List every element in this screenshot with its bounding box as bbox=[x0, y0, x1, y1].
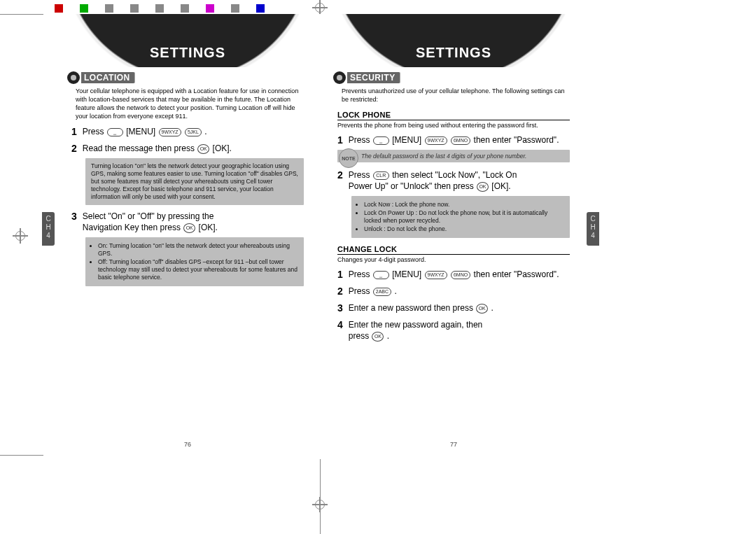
printer-color-marks bbox=[55, 4, 265, 13]
default-password-note: NOTE The default password is the last 4 … bbox=[337, 150, 570, 162]
lock-phone-steps-2: 2 Press CLR then select "Lock Now", "Loc… bbox=[337, 169, 570, 192]
softkey-icon: ⎯ bbox=[107, 128, 123, 136]
key-9-icon: 9WXYZ bbox=[159, 128, 181, 136]
page-left: SETTINGS LOCATION Your cellular telephon… bbox=[55, 14, 321, 455]
key-9-icon: 9WXYZ bbox=[425, 136, 447, 145]
section-bar-security: SECURITY bbox=[333, 71, 574, 84]
ok-key-icon: OK bbox=[372, 332, 384, 342]
lock-now-bullet: Lock Now : Lock the phone now. bbox=[364, 201, 564, 209]
page-number-left: 76 bbox=[184, 441, 191, 448]
change-step-1: 1 Press ⎯ [MENU] 9WXYZ 6MNO then enter "… bbox=[337, 269, 570, 280]
change-step-4: 4 Enter the new password again, then pre… bbox=[337, 319, 570, 342]
note-badge-icon: NOTE bbox=[339, 148, 358, 168]
change-step-2: 2 Press 2ABC . bbox=[337, 286, 570, 297]
lock-phone-steps: 1 Press ⎯ [MENU] 9WXYZ 6MNO then enter "… bbox=[337, 134, 570, 146]
step-2: 2 Read the message then press OK [OK]. bbox=[71, 143, 304, 154]
section-label: LOCATION bbox=[81, 72, 135, 83]
clr-key-icon: CLR bbox=[373, 171, 389, 180]
ok-key-icon: OK bbox=[477, 182, 489, 192]
location-intro-text: Your cellular telephone is equipped with… bbox=[76, 87, 304, 120]
chapter-tab-right: C H 4 bbox=[587, 212, 599, 246]
page-spread: SETTINGS LOCATION Your cellular telephon… bbox=[55, 14, 587, 455]
page-header-title: SETTINGS bbox=[321, 45, 587, 61]
step-3: 3 Select "On" or "Off" by pressing the N… bbox=[71, 211, 304, 233]
subheading-change-lock: CHANGE LOCK bbox=[337, 245, 570, 255]
location-on-bullet: On: Turning location "on" lets the netwo… bbox=[98, 242, 298, 258]
lock-step-1: 1 Press ⎯ [MENU] 9WXYZ 6MNO then enter "… bbox=[337, 134, 570, 146]
key-9-icon: 9WXYZ bbox=[425, 271, 447, 279]
key-6-icon: 6MNO bbox=[451, 136, 470, 145]
change-step-3: 3 Enter a new password then press OK . bbox=[337, 302, 570, 314]
step-1: 1 Press ⎯ [MENU] 9WXYZ 5JKL . bbox=[71, 126, 304, 137]
lock-options-box: Lock Now : Lock the phone now. Lock On P… bbox=[351, 196, 570, 238]
lock-phone-legend: Prevents the phone from being used witho… bbox=[337, 122, 570, 129]
subheading-lock-phone: LOCK PHONE bbox=[337, 111, 570, 120]
location-steps-2: 3 Select "On" or "Off" by pressing the N… bbox=[71, 211, 304, 233]
unlock-bullet: Unlock : Do not lock the phone. bbox=[364, 225, 564, 233]
key-2-icon: 2ABC bbox=[373, 288, 391, 296]
lock-on-powerup-bullet: Lock On Power Up : Do not lock the phone… bbox=[364, 209, 564, 225]
section-badge-icon bbox=[333, 71, 346, 84]
page-number-right: 77 bbox=[450, 441, 457, 448]
key-5-icon: 5JKL bbox=[185, 128, 202, 136]
lock-step-2: 2 Press CLR then select "Lock Now", "Loc… bbox=[337, 169, 570, 192]
chapter-tab-left: C H 4 bbox=[42, 212, 55, 246]
section-bar-location: LOCATION bbox=[67, 71, 308, 84]
ok-key-icon: OK bbox=[197, 144, 209, 154]
page-right: SETTINGS SECURITY Prevents unauthorized … bbox=[321, 14, 587, 455]
ok-key-icon: OK bbox=[476, 304, 488, 314]
softkey-icon: ⎯ bbox=[373, 136, 389, 145]
key-6-icon: 6MNO bbox=[451, 271, 470, 279]
section-label: SECURITY bbox=[347, 72, 400, 83]
security-intro-text: Prevents unauthorized use of your cellul… bbox=[342, 87, 570, 104]
softkey-icon: ⎯ bbox=[373, 271, 389, 279]
change-lock-steps: 1 Press ⎯ [MENU] 9WXYZ 6MNO then enter "… bbox=[337, 269, 570, 342]
location-on-off-box: On: Turning location "on" lets the netwo… bbox=[85, 237, 304, 286]
default-password-note-text: The default password is the last 4 digit… bbox=[361, 153, 526, 160]
ok-key-icon: OK bbox=[183, 223, 195, 233]
page-header-band: SETTINGS bbox=[55, 14, 321, 67]
page-header-band: SETTINGS bbox=[321, 14, 587, 67]
location-steps: 1 Press ⎯ [MENU] 9WXYZ 5JKL . 2 Read the… bbox=[71, 126, 304, 154]
change-lock-legend: Changes your 4-digit password. bbox=[337, 256, 570, 263]
location-off-bullet: Off: Turning location "off" disables GPS… bbox=[98, 258, 298, 281]
location-note-box-1: Turning location "on" lets the network d… bbox=[85, 158, 304, 205]
section-badge-icon bbox=[67, 71, 80, 84]
page-header-title: SETTINGS bbox=[55, 45, 321, 61]
